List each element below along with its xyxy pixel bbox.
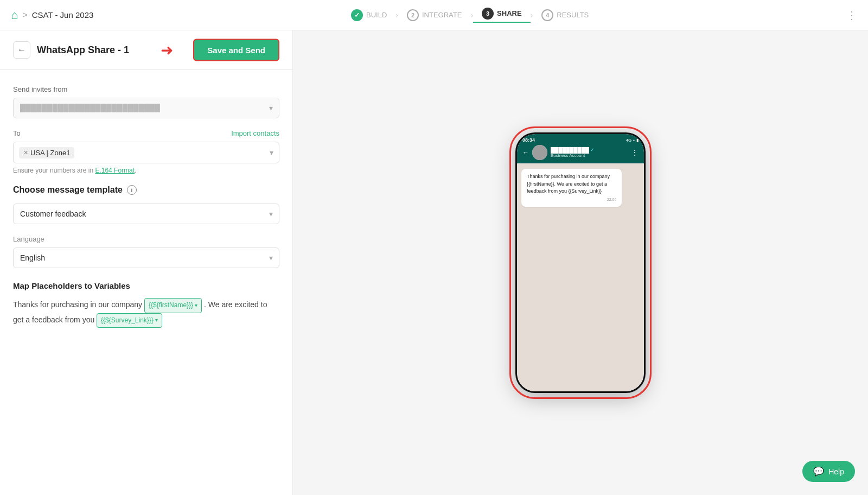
e164-format-link[interactable]: E.164 Format (95, 167, 135, 174)
right-panel: 08:34 4G ▪ ▮ ← (293, 30, 868, 495)
wa-back-icon[interactable]: ← (522, 149, 529, 156)
panel-header: ← WhatsApp Share - 1 ➜ Save and Send (0, 30, 292, 70)
contact-name: ██████████ ✓ (551, 147, 628, 153)
step-results-label: RESULTS (557, 11, 589, 19)
arrow-indicator: ➜ (161, 41, 173, 59)
language-section: Language English ▾ (13, 235, 279, 268)
home-icon[interactable]: ⌂ (11, 8, 18, 22)
status-time: 08:34 (522, 137, 535, 143)
phone-mockup: 08:34 4G ▪ ▮ ← (515, 132, 646, 393)
save-send-button[interactable]: Save and Send (193, 39, 279, 61)
wifi-icon: ▪ (633, 138, 635, 143)
placeholder-surveylink-arrow-icon: ▾ (155, 315, 158, 325)
step-results[interactable]: 4 RESULTS (533, 9, 597, 21)
nav-steps: ✓ BUILD › 2 INTEGRATE › 3 SHARE › 4 RESU… (342, 8, 597, 23)
choose-template-label: Choose message template (13, 185, 123, 195)
language-label: Language (13, 235, 279, 243)
step-build-label: BUILD (366, 11, 387, 19)
nav-left: ⌂ > CSAT - Jun 2023 (11, 8, 93, 22)
step-share-label: SHARE (497, 9, 522, 17)
status-icons: 4G ▪ ▮ (626, 138, 639, 143)
message-time: 22:06 (527, 197, 616, 203)
placeholder-firstname-arrow-icon: ▾ (195, 301, 197, 310)
step-share-circle: 3 (482, 8, 494, 20)
map-title: Map Placeholders to Variables (13, 281, 279, 290)
message-text: Thanks for purchasing in our company {{f… (527, 174, 610, 194)
placeholder-firstname-value: {{${firstName}}} (149, 300, 193, 312)
back-button[interactable]: ← (13, 41, 30, 59)
send-invites-select[interactable]: ██████████████████████████ (13, 98, 279, 118)
whatsapp-header: 08:34 4G ▪ ▮ ← (517, 134, 644, 163)
wa-more-icon[interactable]: ⋮ (631, 148, 639, 157)
step-integrate-circle: 2 (407, 9, 419, 21)
contact-row: ← ██████████ ✓ Business Account ⋮ (522, 145, 639, 160)
map-section: Map Placeholders to Variables Thanks for… (13, 281, 279, 328)
template-select[interactable]: Customer feedback (13, 204, 279, 224)
tag-input[interactable]: ✕ USA | Zone1 ▾ (13, 142, 279, 163)
help-label: Help (828, 467, 844, 476)
contact-info: ██████████ ✓ Business Account (551, 147, 628, 158)
contact-avatar (532, 145, 547, 160)
placeholder-firstname-tag[interactable]: {{${firstName}}} ▾ (144, 298, 202, 313)
hint-suffix: . (135, 167, 136, 174)
template-select-wrap: Customer feedback ▾ (13, 204, 279, 224)
to-label: To (13, 129, 21, 137)
signal-icon: 4G (626, 138, 631, 143)
step-build[interactable]: ✓ BUILD (342, 9, 395, 21)
contact-name-text: ██████████ (551, 147, 589, 153)
avatar-image (532, 145, 547, 160)
step-results-circle: 4 (541, 9, 553, 21)
main-layout: ← WhatsApp Share - 1 ➜ Save and Send Sen… (0, 30, 868, 495)
step-share[interactable]: 3 SHARE (473, 8, 531, 23)
project-name: CSAT - Jun 2023 (32, 10, 94, 20)
business-label: Business Account (551, 153, 628, 158)
left-panel: ← WhatsApp Share - 1 ➜ Save and Send Sen… (0, 30, 293, 495)
send-invites-wrap: ██████████████████████████ ▾ (13, 98, 279, 118)
top-navigation: ⌂ > CSAT - Jun 2023 ✓ BUILD › 2 INTEGRAT… (0, 0, 868, 30)
language-select[interactable]: English (13, 248, 279, 268)
hint-text: Ensure your numbers are in E.164 Format. (13, 167, 279, 174)
form-section: Send invites from ██████████████████████… (0, 70, 292, 343)
battery-icon: ▮ (636, 138, 639, 143)
map-text: Thanks for purchasing in our company {{$… (13, 298, 279, 328)
tag-dropdown-icon[interactable]: ▾ (270, 148, 273, 157)
breadcrumb-separator: > (22, 10, 27, 20)
step-integrate-label: INTEGRATE (422, 11, 462, 19)
import-contacts-link[interactable]: Import contacts (231, 129, 279, 137)
recipient-tag[interactable]: ✕ USA | Zone1 (19, 147, 74, 158)
more-menu-icon[interactable]: ⋮ (846, 9, 857, 22)
to-row: To Import contacts (13, 129, 279, 137)
hint-prefix: Ensure your numbers are in (13, 167, 95, 174)
map-text-before: Thanks for purchasing in our company (13, 300, 144, 309)
placeholder-surveylink-tag[interactable]: {{${Survey_Link}}} ▾ (97, 313, 162, 328)
send-invites-label: Send invites from (13, 85, 279, 93)
step-integrate[interactable]: 2 INTEGRATE (398, 9, 470, 21)
message-bubble: Thanks for purchasing in our company {{f… (521, 169, 622, 207)
status-bar: 08:34 4G ▪ ▮ (522, 137, 639, 143)
info-icon[interactable]: i (127, 185, 137, 195)
placeholder-surveylink-value: {{${Survey_Link}}} (101, 315, 154, 327)
step-build-circle: ✓ (351, 9, 363, 21)
panel-title: WhatsApp Share - 1 (37, 45, 129, 56)
verified-icon: ✓ (590, 148, 594, 153)
help-button[interactable]: 💬 Help (802, 461, 855, 482)
chat-area: Thanks for purchasing in our company {{f… (517, 163, 644, 391)
step-build-label-wrap: BUILD (366, 11, 387, 19)
tag-value: USA | Zone1 (30, 149, 70, 157)
phone-screen: 08:34 4G ▪ ▮ ← (517, 134, 644, 391)
choose-template-title: Choose message template i (13, 185, 279, 195)
language-select-wrap: English ▾ (13, 248, 279, 268)
tag-remove-icon[interactable]: ✕ (23, 149, 28, 156)
help-chat-icon: 💬 (813, 466, 824, 477)
